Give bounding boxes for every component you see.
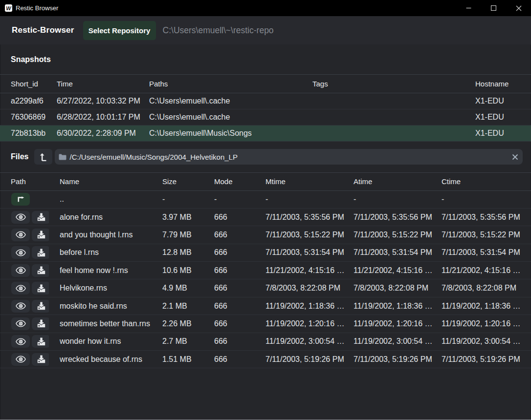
arrow-up-icon xyxy=(40,153,47,161)
file-ctime: 11/19/2002, 3:00:54 PM xyxy=(442,337,522,346)
files-section: Files /C:/Users/emuell/Music/Songs/2004_… xyxy=(0,142,531,369)
select-repository-button[interactable]: Select Repository xyxy=(83,21,156,40)
file-name: before l.rns xyxy=(60,248,152,257)
file-mtime: 11/19/2002, 3:00:54 PM xyxy=(266,337,346,346)
file-name: wonder how it.rns xyxy=(60,337,152,346)
file-size: 1.51 MB xyxy=(162,355,203,364)
preview-file-button[interactable] xyxy=(11,246,30,259)
preview-file-button[interactable] xyxy=(11,229,30,241)
minimize-button[interactable] xyxy=(456,0,481,16)
snapshot-paths: C:\Users\emuell\.cache xyxy=(149,97,302,105)
preview-file-button[interactable] xyxy=(11,335,30,348)
download-icon xyxy=(37,319,45,328)
path-input[interactable]: /C:/Users/emuell/Music/Songs/2004_Helvet… xyxy=(55,149,523,165)
x-icon xyxy=(512,154,518,160)
snapshot-hostname: X1-EDU xyxy=(475,129,531,138)
download-icon xyxy=(37,249,45,257)
snapshot-row[interactable]: 76306869 6/28/2022, 10:01:17 PM C:\Users… xyxy=(0,109,531,125)
download-file-button[interactable] xyxy=(32,211,49,224)
snapshot-short-id: a2299af6 xyxy=(11,97,46,105)
download-file-button[interactable] xyxy=(32,317,49,330)
column-header-time: Time xyxy=(46,75,144,93)
snapshot-row[interactable]: a2299af6 6/27/2022, 10:03:32 PM C:\Users… xyxy=(0,93,531,109)
snapshot-hostname: X1-EDU xyxy=(475,113,531,122)
file-mode: 666 xyxy=(214,355,255,364)
snapshots-header-row: Short_id Time Paths Tags Hostname xyxy=(0,75,531,93)
column-header-name: Name xyxy=(49,172,152,190)
download-icon xyxy=(37,284,45,293)
eye-icon xyxy=(16,302,26,310)
file-size: 2.26 MB xyxy=(162,319,203,328)
close-icon xyxy=(516,5,522,11)
eye-icon xyxy=(16,267,26,274)
files-header-row: Path Name Size Mode Mtime Atime Ctime xyxy=(0,172,531,190)
titlebar-controls xyxy=(456,0,531,16)
file-row: and you thought l.rns7.79 MB6667/11/2003… xyxy=(0,226,531,244)
repository-path: C:\Users\emuell\~\restic-repo xyxy=(163,25,274,36)
file-name: wrecked because of.rns xyxy=(60,355,152,364)
file-name: moskito he said.rns xyxy=(60,302,152,311)
file-atime: 11/19/2002, 1:18:36 PM xyxy=(354,302,434,311)
file-size: 10.6 MB xyxy=(162,266,203,275)
close-button[interactable] xyxy=(506,0,531,16)
file-mtime: - xyxy=(266,195,346,204)
preview-file-button[interactable] xyxy=(11,353,30,366)
files-heading: Files xyxy=(11,152,28,161)
file-atime: 7/8/2003, 8:22:08 PM xyxy=(354,284,434,293)
clear-path-button[interactable] xyxy=(510,152,519,161)
download-icon xyxy=(37,266,45,274)
file-name: Helvikone.rns xyxy=(60,284,152,293)
download-file-button[interactable] xyxy=(32,229,49,241)
download-file-button[interactable] xyxy=(32,264,49,277)
maximize-icon xyxy=(491,5,496,11)
file-name: .. xyxy=(60,195,152,204)
file-mtime: 11/21/2002, 4:15:16 PM xyxy=(266,266,346,275)
file-atime: 11/21/2002, 4:15:16 PM xyxy=(354,266,434,275)
eye-icon xyxy=(16,320,26,327)
column-header-mode: Mode xyxy=(203,172,255,190)
preview-file-button[interactable] xyxy=(11,317,30,330)
download-file-button[interactable] xyxy=(32,282,49,294)
file-ctime: 7/11/2003, 5:15:22 PM xyxy=(442,231,522,239)
file-mode: 666 xyxy=(214,248,255,257)
snapshot-row-selected[interactable]: 72b813bb 6/30/2022, 2:28:09 PM C:\Users\… xyxy=(0,125,531,141)
download-file-button[interactable] xyxy=(32,246,49,259)
app-logo-icon: W xyxy=(5,4,12,12)
file-atime: 7/11/2003, 5:19:26 PM xyxy=(354,355,434,364)
eye-icon xyxy=(16,213,26,221)
file-ctime: 7/11/2003, 5:31:54 PM xyxy=(442,248,522,257)
column-header-ctime: Ctime xyxy=(438,172,531,190)
row-actions xyxy=(11,317,49,330)
snapshot-time: 6/27/2022, 10:03:32 PM xyxy=(57,97,144,105)
download-icon xyxy=(37,302,45,310)
preview-file-button[interactable] xyxy=(11,300,30,313)
file-mtime: 7/11/2003, 5:19:26 PM xyxy=(266,355,346,364)
download-file-button[interactable] xyxy=(32,335,49,348)
column-header-hostname: Hostname xyxy=(465,75,531,93)
column-header-mtime: Mtime xyxy=(255,172,346,190)
row-actions xyxy=(11,300,49,313)
maximize-button[interactable] xyxy=(481,0,506,16)
file-atime: 7/11/2003, 5:35:56 PM xyxy=(354,213,434,222)
file-mode: 666 xyxy=(214,284,255,293)
snapshot-short-id: 72b813bb xyxy=(11,129,46,138)
download-file-button[interactable] xyxy=(32,353,49,366)
window-title: Restic Browser xyxy=(16,4,58,12)
preview-file-button[interactable] xyxy=(11,282,30,294)
download-icon xyxy=(37,355,45,363)
parent-directory-button[interactable] xyxy=(34,149,52,165)
column-header-tags: Tags xyxy=(302,75,465,93)
snapshots-section: Snapshots Short_id Time Paths Tags Hostn… xyxy=(0,44,531,142)
file-mode: - xyxy=(214,195,255,204)
go-up-button[interactable] xyxy=(11,193,30,206)
snapshots-table: Short_id Time Paths Tags Hostname a2299a… xyxy=(0,74,531,142)
file-mtime: 7/11/2003, 5:15:22 PM xyxy=(266,231,346,239)
file-row: feel home now !.rns10.6 MB66611/21/2002,… xyxy=(0,262,531,279)
snapshot-paths: C:\Users\emuell\Music\Songs xyxy=(149,129,302,138)
column-header-atime: Atime xyxy=(346,172,438,190)
column-header-paths: Paths xyxy=(144,75,302,93)
preview-file-button[interactable] xyxy=(11,264,30,277)
row-actions xyxy=(11,229,49,241)
download-file-button[interactable] xyxy=(32,300,49,313)
preview-file-button[interactable] xyxy=(11,211,30,224)
